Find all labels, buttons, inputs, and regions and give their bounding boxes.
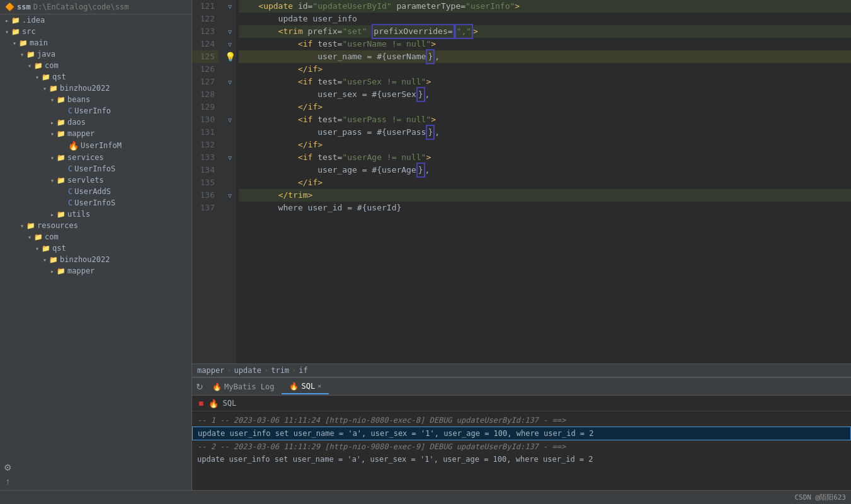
gear-button[interactable]: ⚙: [3, 461, 13, 474]
sidebar-item-src[interactable]: 📁 src: [0, 26, 191, 37]
sidebar-item-binzhou2022[interactable]: 📁 binzhou2022: [0, 83, 191, 94]
code-text: [239, 101, 298, 113]
code-text: [239, 176, 298, 189]
main-area: 🔶 ssm D:\EnCatalog\code\ssm 📁 .idea 📁 sr…: [0, 0, 851, 490]
sidebar-item-qst2[interactable]: 📁 qst: [0, 243, 191, 254]
sidebar-item-java[interactable]: 📁 java: [0, 49, 191, 60]
code-lines[interactable]: <update id="updateUserById" parameterTyp…: [236, 0, 851, 364]
code-text: >: [426, 151, 431, 164]
code-text: [367, 25, 372, 38]
code-text: user_pass = #{userPass: [239, 126, 426, 139]
folder-icon: 📁: [57, 96, 66, 104]
sidebar-label: com: [45, 61, 59, 70]
line-num: 126: [192, 63, 219, 76]
code-text: ,: [435, 50, 440, 63]
sidebar-item-mapper2[interactable]: 📁 mapper: [0, 265, 191, 277]
sidebar-item-main[interactable]: 📁 main: [0, 37, 191, 49]
line-numbers: 121 122 123 124 125 126 127 128 129 130 …: [192, 0, 224, 364]
code-line-125: user_name = #{userName},: [239, 50, 851, 63]
stop-button[interactable]: ■: [197, 397, 205, 410]
sidebar-label: binzhou2022: [60, 84, 110, 93]
sidebar-item-binzhou20222[interactable]: 📁 binzhou2022: [0, 254, 191, 265]
code-text: prefix=: [308, 25, 343, 38]
code-text: test=: [317, 76, 342, 88]
folder-icon: 📁: [57, 176, 66, 185]
sidebar-item-daos[interactable]: 📁 daos: [0, 117, 191, 128]
credit-text: CSDN @陌阳623: [794, 493, 846, 502]
code-text: "userSex != null": [342, 76, 426, 88]
sidebar-item-userinfos2[interactable]: C UserInfoS: [0, 197, 191, 209]
sidebar-item-mapper[interactable]: 📁 mapper: [0, 128, 191, 139]
line-num: 128: [192, 88, 219, 101]
sidebar-item-userinfomapper[interactable]: 🔥 UserInfoM: [0, 139, 191, 152]
sidebar-item-com[interactable]: 📁 com: [0, 60, 191, 71]
code-text: test=: [317, 151, 342, 164]
bottom-toolbar: ■ 🔥 SQL: [192, 396, 851, 411]
refresh-button[interactable]: ↻: [195, 381, 205, 393]
tab-sql[interactable]: 🔥 SQL ✕: [282, 379, 329, 394]
code-text: <if: [298, 113, 317, 126]
breadcrumb-sep: ›: [227, 366, 231, 375]
code-text: <update: [258, 0, 298, 13]
code-text: user_sex = #{userSex: [239, 88, 416, 101]
code-text: ",": [455, 24, 473, 39]
up-button[interactable]: ↑: [3, 475, 13, 488]
code-line-134: user_age = #{userAge},: [239, 164, 851, 176]
sidebar-item-beans[interactable]: 📁 beans: [0, 94, 191, 105]
arrow-icon: [35, 245, 42, 252]
project-name: ssm: [17, 3, 31, 11]
gutter-cell: [224, 101, 236, 113]
sidebar-item-userinfos[interactable]: C UserInfoS: [0, 163, 191, 175]
tab-mybatis-log[interactable]: 🔥 MyBatis Log: [205, 380, 282, 394]
code-text: [239, 113, 298, 126]
code-text: [239, 139, 298, 151]
gutter-cell: [224, 164, 236, 176]
sidebar-item-servlets[interactable]: 📁 servlets: [0, 175, 191, 186]
gutter-cell: [224, 126, 236, 139]
sidebar-item-idea[interactable]: 📁 .idea: [0, 14, 191, 26]
arrow-icon: [50, 268, 57, 275]
sidebar-label: mapper: [67, 266, 94, 275]
code-text: [239, 189, 278, 202]
code-text: prefixOverrides=: [372, 24, 454, 39]
bottom-content: -- 1 -- 2023-03-06 11:11:24 [http-nio-80…: [192, 411, 851, 490]
sidebar-label: binzhou2022: [60, 255, 110, 264]
gutter-cell: [224, 63, 236, 76]
tab-close-button[interactable]: ✕: [317, 382, 321, 389]
line-num: 137: [192, 202, 219, 214]
line-num: 134: [192, 164, 219, 176]
project-icon: 🔶: [5, 3, 14, 11]
code-line-123: <trim prefix="set" prefixOverrides=",">: [239, 25, 851, 38]
sidebar-item-userinfo[interactable]: C UserInfo: [0, 105, 191, 117]
sidebar-item-com2[interactable]: 📁 com: [0, 231, 191, 243]
arrow-icon: [20, 51, 26, 58]
sidebar-item-qst[interactable]: 📁 qst: [0, 71, 191, 83]
code-text: [239, 63, 298, 76]
code-line-129: </if>: [239, 101, 851, 113]
gutter-cell: ▽: [224, 76, 236, 88]
code-text: >: [426, 76, 431, 88]
folder-icon: 📁: [57, 154, 66, 162]
gutter-cell: ▽: [224, 38, 236, 50]
arrow-icon: [50, 96, 57, 103]
code-line-121: <update id="updateUserById" parameterTyp…: [239, 0, 851, 13]
code-text: "userPass != null": [342, 113, 431, 126]
folder-icon: 📁: [42, 244, 50, 253]
gutter-cell: ▽: [224, 151, 236, 164]
sidebar-item-services[interactable]: 📁 services: [0, 152, 191, 163]
code-text: </if>: [298, 176, 323, 189]
code-text: </if>: [298, 139, 323, 151]
project-title: 🔶 ssm D:\EnCatalog\code\ssm: [0, 0, 191, 14]
breadcrumb-item: update: [234, 366, 261, 375]
arrow-icon: [5, 28, 11, 35]
code-text: [239, 0, 258, 13]
sidebar-item-useradds[interactable]: C UserAddS: [0, 186, 191, 197]
folder-icon: 📁: [57, 118, 66, 127]
sidebar-item-resources[interactable]: 📁 resources: [0, 220, 191, 231]
sidebar-label: qst: [52, 72, 66, 81]
code-text: }: [416, 163, 425, 178]
line-num: 132: [192, 139, 219, 151]
sidebar-item-utils[interactable]: 📁 utils: [0, 209, 191, 220]
gutter-cell: ▽: [224, 189, 236, 202]
code-text: </if>: [298, 63, 323, 76]
